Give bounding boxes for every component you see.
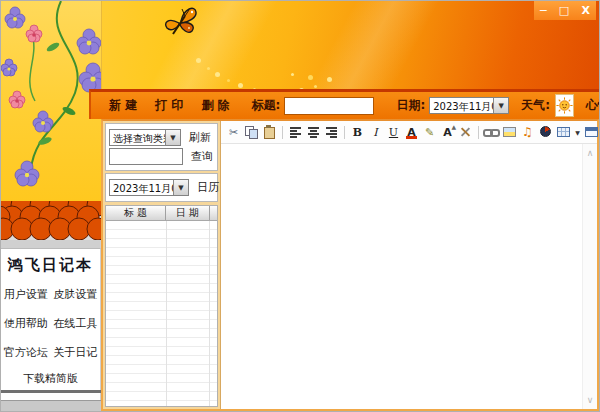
chevron-down-icon[interactable]: ▼ — [493, 98, 508, 113]
insert-table-icon[interactable] — [555, 124, 572, 140]
title-input[interactable] — [284, 97, 374, 115]
print-button[interactable]: 打 印 — [155, 97, 183, 114]
weather-label: 天气: — [521, 97, 550, 114]
search-input[interactable] — [109, 148, 183, 165]
format-icons: ✂BIUA✎A♫▼ — [225, 124, 600, 140]
weather-picker-button[interactable] — [555, 94, 574, 117]
preview-window-icon[interactable] — [583, 124, 600, 140]
align-right-icon[interactable] — [323, 124, 340, 140]
sidebar-menu-item[interactable]: 关于日记 — [51, 345, 101, 360]
entry-list-header: 标 题日 期 — [106, 206, 217, 221]
new-entry-button[interactable]: 新 建 — [109, 97, 137, 114]
app-window: ─ □ X — [0, 0, 600, 412]
highlight-icon[interactable]: ✎ — [421, 124, 438, 140]
separator — [282, 126, 283, 139]
date-select-value: 2023年11月07日 — [430, 98, 493, 113]
mood-label: 心情: — [586, 97, 600, 114]
query-button[interactable]: 查询 — [191, 149, 213, 164]
scroll-up-icon[interactable]: ∧ — [583, 146, 597, 160]
insert-music-icon[interactable]: ♫ — [519, 124, 536, 140]
entry-list: 标 题日 期 — [105, 205, 218, 407]
sidebar-menu-item[interactable]: 皮肤设置 — [51, 287, 101, 302]
sidebar-spacer — [1, 393, 101, 400]
insert-image-icon[interactable] — [501, 124, 518, 140]
editor-scrollbar: ∧ ∨ — [582, 144, 597, 409]
insert-time-icon[interactable] — [537, 124, 554, 140]
italic-icon[interactable]: I — [367, 124, 384, 140]
editor-toolbar: ✂BIUA✎A♫▼ 浏览/编辑 保 存 修 改 — [221, 121, 597, 144]
calendar-button[interactable]: 日历 — [197, 180, 219, 195]
align-center-icon[interactable] — [305, 124, 322, 140]
separator — [344, 126, 345, 139]
sidebar-menu: 用户设置皮肤设置使用帮助在线工具官方论坛关于日记 — [1, 287, 100, 360]
category-select[interactable]: 选择查询类别 ▼ — [109, 129, 181, 146]
sidebar-link[interactable]: 下载精简版 — [1, 370, 100, 388]
query-group: 选择查询类别 ▼ 刷新 查询 — [105, 123, 218, 171]
format-tools-icon[interactable] — [457, 124, 474, 140]
hyperlink-icon[interactable] — [483, 124, 500, 140]
scroll-down-icon[interactable]: ∨ — [583, 393, 597, 407]
sidebar-flower-decoration — [1, 1, 102, 201]
main-toolbar: 新 建 打 印 删 除 标题: 日期: 2023年11月07日 ▼ 天气: — [89, 89, 599, 119]
chevron-down-icon[interactable]: ▼ — [173, 180, 188, 195]
sidebar: 鸿飞日记本 用户设置皮肤设置使用帮助在线工具官方论坛关于日记 下载精简版官方网站 — [1, 248, 101, 390]
date-group: 2023年11月07日 ▼ 日历 — [105, 173, 218, 202]
delete-button[interactable]: 删 除 — [201, 97, 229, 114]
maximize-button[interactable]: □ — [559, 5, 569, 16]
separator — [478, 126, 479, 139]
query-panel: 选择查询类别 ▼ 刷新 查询 2023年11月07日 ▼ 日历 — [103, 121, 221, 409]
calendar-date-select[interactable]: 2023年11月07日 ▼ — [109, 179, 189, 196]
editor-content-area[interactable]: ∧ ∨ — [221, 144, 597, 409]
font-size-icon[interactable]: A — [439, 124, 456, 140]
main-content: 选择查询类别 ▼ 刷新 查询 2023年11月07日 ▼ 日历 — [101, 119, 599, 411]
underline-icon[interactable]: U — [385, 124, 402, 140]
align-left-icon[interactable] — [287, 124, 304, 140]
close-button[interactable]: X — [581, 5, 589, 16]
sidebar-menu-item[interactable]: 用户设置 — [1, 287, 51, 302]
sun-face-icon — [556, 97, 573, 114]
editor-panel: ✂BIUA✎A♫▼ 浏览/编辑 保 存 修 改 ∧ ∨ — [221, 121, 597, 409]
list-column-header[interactable]: 日 期 — [166, 206, 210, 220]
sidebar-menu-item[interactable]: 使用帮助 — [1, 316, 51, 331]
sidebar-menu-item[interactable]: 官方论坛 — [1, 345, 51, 360]
title-label: 标题: — [252, 97, 281, 114]
butterfly-icon — [159, 4, 201, 42]
minimize-button[interactable]: ─ — [540, 5, 547, 16]
sidebar-roof-tiles-decoration — [1, 201, 101, 248]
app-title: 鸿飞日记本 — [1, 256, 100, 275]
date-select[interactable]: 2023年11月07日 ▼ — [429, 97, 509, 114]
list-column-header[interactable]: 标 题 — [106, 206, 166, 220]
refresh-button[interactable]: 刷新 — [189, 130, 211, 145]
bold-icon[interactable]: B — [349, 124, 366, 140]
table-dropdown-icon[interactable]: ▼ — [573, 124, 582, 140]
category-select-value: 选择查询类别 — [110, 130, 165, 145]
date-label: 日期: — [396, 97, 425, 114]
font-color-icon[interactable]: A — [403, 124, 420, 140]
sidebar-menu-item[interactable]: 在线工具 — [51, 316, 101, 331]
calendar-date-value: 2023年11月07日 — [110, 180, 173, 195]
sidebar-status-strip — [1, 400, 101, 411]
chevron-down-icon[interactable]: ▼ — [165, 130, 180, 145]
entry-list-body[interactable] — [106, 221, 217, 406]
paste-icon[interactable] — [261, 124, 278, 140]
copy-icon[interactable] — [243, 124, 260, 140]
window-controls: ─ □ X — [534, 1, 596, 20]
cut-icon[interactable]: ✂ — [225, 124, 242, 140]
